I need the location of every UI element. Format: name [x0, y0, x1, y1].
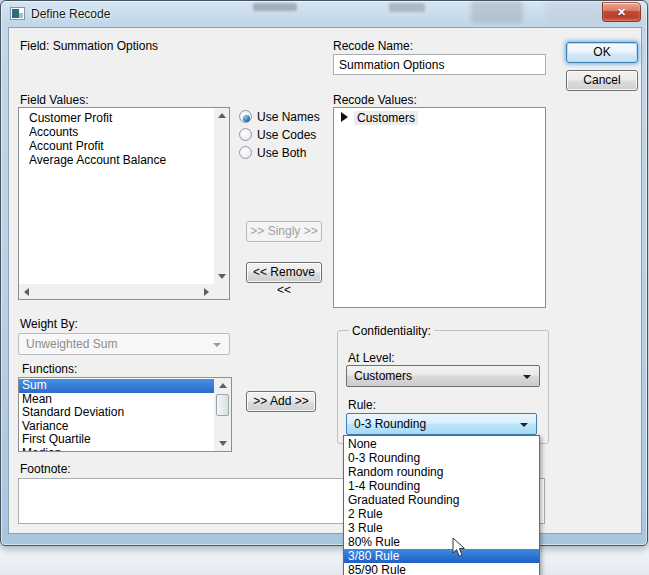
scroll-up-icon[interactable]	[219, 383, 227, 388]
scroll-left-icon[interactable]	[24, 288, 29, 296]
confidentiality-legend: Confidentiality:	[349, 324, 434, 338]
dropdown-item[interactable]: None	[344, 437, 539, 451]
list-item[interactable]: Average Account Balance	[19, 153, 229, 167]
dropdown-item[interactable]: Random rounding	[344, 465, 539, 479]
scroll-down-icon[interactable]	[218, 274, 226, 279]
window-title: Define Recode	[31, 7, 110, 21]
radio-icon[interactable]	[239, 128, 252, 141]
dropdown-item[interactable]: 3/80 Rule	[344, 549, 539, 563]
rule-label: Rule:	[348, 398, 376, 412]
ok-button[interactable]: OK	[566, 42, 638, 63]
chevron-down-icon	[523, 375, 531, 379]
vertical-scrollbar[interactable]	[214, 108, 229, 284]
radio-icon[interactable]	[239, 110, 252, 123]
vertical-scrollbar[interactable]	[214, 378, 231, 451]
recode-name-label: Recode Name:	[333, 39, 413, 53]
weight-by-label: Weight By:	[20, 317, 78, 331]
chevron-down-icon	[213, 343, 221, 347]
singly-button[interactable]: >> Singly >>	[246, 221, 322, 242]
list-item[interactable]: Account Profit	[19, 139, 229, 153]
at-level-combobox[interactable]: Customers	[346, 365, 540, 387]
list-item[interactable]: Standard Deviation	[19, 406, 214, 420]
chevron-down-icon	[520, 423, 528, 427]
close-button[interactable]: ✕	[602, 2, 641, 22]
functions-list: SumMeanStandard DeviationVarianceFirst Q…	[19, 378, 231, 452]
recode-values-listbox: Customers	[333, 107, 546, 308]
recode-values-label: Recode Values:	[333, 93, 417, 107]
footnote-label: Footnote:	[20, 462, 71, 476]
dropdown-item[interactable]: 2 Rule	[344, 507, 539, 521]
list-item[interactable]: First Quartile	[19, 433, 214, 447]
scroll-down-icon[interactable]	[219, 441, 227, 446]
background-window-glimpse	[253, 3, 297, 11]
cancel-button[interactable]: Cancel	[566, 70, 638, 91]
dropdown-item[interactable]: 80% Rule	[344, 535, 539, 549]
scroll-up-icon[interactable]	[218, 113, 226, 118]
dropdown-item[interactable]: 0-3 Rounding	[344, 451, 539, 465]
list-item[interactable]: Customer Profit	[19, 111, 229, 125]
background-window-glimpse	[389, 3, 425, 12]
scrollbar-thumb[interactable]	[216, 394, 229, 416]
background-window-glimpse	[546, 1, 604, 25]
radio-icon[interactable]	[239, 146, 252, 159]
list-item[interactable]: Median	[19, 447, 214, 453]
app-icon	[10, 7, 25, 20]
title-bar[interactable]: Define Recode	[1, 1, 647, 27]
list-item[interactable]: Variance	[19, 420, 214, 434]
tree-item[interactable]: Customers	[334, 110, 545, 126]
dropdown-item[interactable]: 85/90 Rule	[344, 563, 539, 575]
field-summary-label: Field: Summation Options	[20, 39, 158, 53]
weight-by-value: Unweighted Sum	[26, 337, 117, 351]
field-values-list: Customer ProfitAccountsAccount ProfitAve…	[19, 108, 229, 167]
horizontal-scrollbar[interactable]	[19, 284, 214, 299]
weight-by-combobox[interactable]: Unweighted Sum	[18, 333, 230, 355]
at-level-value: Customers	[354, 369, 412, 383]
remove-button[interactable]: << Remove <<	[246, 262, 322, 283]
functions-label: Functions:	[22, 362, 77, 376]
recode-name-input[interactable]	[333, 54, 546, 75]
add-button[interactable]: >> Add >>	[246, 391, 316, 412]
list-item[interactable]: Accounts	[19, 125, 229, 139]
dropdown-item[interactable]: 3 Rule	[344, 521, 539, 535]
rule-dropdown-items: None0-3 RoundingRandom rounding1-4 Round…	[344, 437, 539, 575]
screen: Define Recode ✕ Field: Summation Options…	[0, 0, 649, 575]
recode-values-list: Customers	[334, 108, 545, 126]
field-values-label: Field Values:	[20, 93, 88, 107]
expand-arrow-icon[interactable]	[341, 112, 348, 122]
functions-listbox: SumMeanStandard DeviationVarianceFirst Q…	[18, 377, 232, 452]
rule-combobox[interactable]: 0-3 Rounding	[346, 413, 537, 435]
scrollbar-corner	[214, 284, 229, 299]
list-item[interactable]: Sum	[19, 379, 214, 393]
rule-dropdown-list: None0-3 RoundingRandom rounding1-4 Round…	[343, 435, 540, 575]
dropdown-item[interactable]: Graduated Rounding	[344, 493, 539, 507]
scroll-right-icon[interactable]	[204, 288, 209, 296]
field-values-listbox: Customer ProfitAccountsAccount ProfitAve…	[18, 107, 230, 300]
list-item[interactable]: Mean	[19, 393, 214, 407]
at-level-label: At Level:	[348, 351, 395, 365]
rule-value: 0-3 Rounding	[354, 417, 426, 431]
background-window-glimpse	[471, 1, 523, 23]
mouse-cursor-icon	[452, 537, 466, 558]
dropdown-item[interactable]: 1-4 Rounding	[344, 479, 539, 493]
